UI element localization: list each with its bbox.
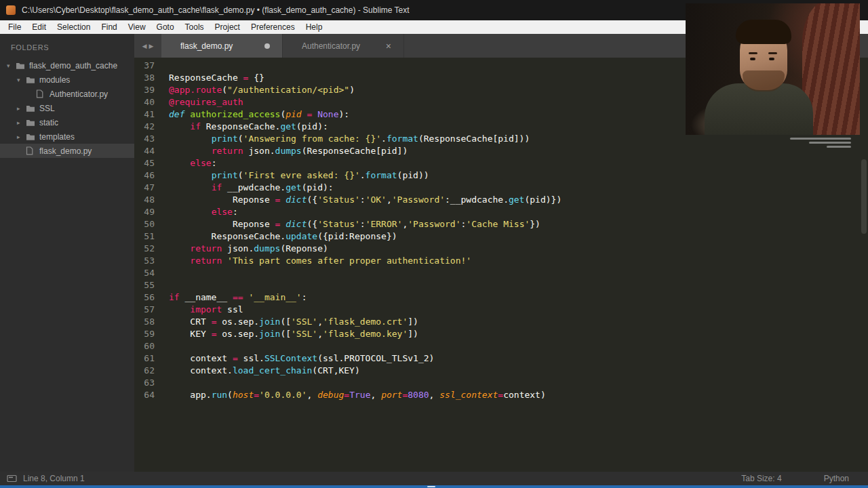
code-line[interactable]: 60 [134,340,868,352]
code-line[interactable]: 63 [134,377,868,389]
code-line[interactable]: 58 CRT = os.sep.join(['SSL','flask_demo.… [134,316,868,328]
status-bar: Line 8, Column 1 Tab Size: 4 Python [0,472,868,485]
status-right-group: Tab Size: 4 Python [741,474,861,483]
code-line[interactable]: 59 KEY = os.sep.join(['SSL','flask_demo.… [134,328,868,340]
line-number: 38 [134,72,161,84]
code-line[interactable]: 62 context.load_cert_chain(CRT,KEY) [134,365,868,377]
line-number: 48 [134,194,161,206]
chevron-right-icon[interactable]: ▸ [17,105,26,112]
tree-folder-templates[interactable]: ▸templates [0,129,134,144]
webcam-caption-lines [787,138,851,148]
code-text: print('First evre asked: {}'.format(pid)… [169,169,429,182]
line-number: 49 [134,206,161,218]
sidebar: FOLDERS ▾flask_demo_auth_cache▾modulesAu… [0,34,134,472]
syntax-indicator[interactable]: Python [824,474,849,483]
tab-label: Authenticator.py [302,41,386,51]
menu-item-project[interactable]: Project [210,20,245,34]
tree-folder-modules[interactable]: ▾modules [0,73,134,87]
code-line[interactable]: 55 [134,279,868,291]
window-title: C:\Users\Cyber\Desktop\flask_demo_auth_c… [22,5,410,15]
code-line[interactable]: 61 context = ssl.SSLContext(ssl.PROTOCOL… [134,352,868,365]
chevron-right-icon[interactable]: ▸ [17,119,26,126]
tab-Authenticator.py[interactable]: Authenticator.py× [283,34,404,58]
code-line[interactable]: 45 else: [134,157,868,169]
tree-file-flask_demo.py[interactable]: flask_demo.py [0,144,134,158]
tab-size-indicator[interactable]: Tab Size: 4 [741,474,781,483]
code-text: app.run(host='0.0.0.0', debug=True, port… [169,389,546,401]
code-line[interactable]: 46 print('First evre asked: {}'.format(p… [134,169,868,182]
code-text: if __pwdcache.get(pid): [169,182,334,194]
code-line[interactable]: 54 [134,267,868,279]
code-line[interactable]: 52 return json.dumps(Reponse) [134,243,868,255]
folder-icon [16,62,28,70]
line-number: 61 [134,352,161,365]
webcam-overlay [686,3,860,135]
menu-item-help[interactable]: Help [300,20,328,34]
tree-folder-static[interactable]: ▸static [0,115,134,129]
code-line[interactable]: 57 import ssl [134,304,868,316]
line-number: 58 [134,316,161,328]
line-number: 64 [134,389,161,401]
code-text: KEY = os.sep.join(['SSL','flask_demo.key… [169,328,418,340]
code-text: else: [169,157,216,169]
close-icon[interactable]: × [386,41,391,51]
code-line[interactable]: 48 Reponse = dict({'Status':'OK','Passwo… [134,194,868,206]
tab-flask_demo.py[interactable]: flask_demo.py [161,34,283,58]
code-text: ResponseCache = {} [169,72,264,84]
file-icon [26,146,38,155]
vertical-scrollbar-thumb[interactable] [861,159,867,234]
code-line[interactable]: 56if __name__ == '__main__': [134,291,868,304]
tree-folder-SSL[interactable]: ▸SSL [0,101,134,115]
line-number: 46 [134,169,161,182]
code-line[interactable]: 47 if __pwdcache.get(pid): [134,182,868,194]
tree-file-Authenticator.py[interactable]: Authenticator.py [0,87,134,101]
menu-item-view[interactable]: View [123,20,151,34]
tab-scroll-left-icon[interactable]: ◀ [142,43,147,49]
person-eyebrow [768,52,777,54]
sublime-app-icon [6,5,16,15]
code-line[interactable]: 44 return json.dumps(ResponseCache[pid]) [134,145,868,157]
tree-folder-flask_demo_auth_cache[interactable]: ▾flask_demo_auth_cache [0,58,134,73]
menu-item-preferences[interactable]: Preferences [245,20,300,34]
code-text: context.load_cert_chain(CRT,KEY) [169,365,360,377]
code-text: import ssl [169,304,243,316]
menu-item-edit[interactable]: Edit [26,20,52,34]
menu-item-goto[interactable]: Goto [151,20,180,34]
line-number: 42 [134,121,161,133]
code-text: @requires_auth [169,96,243,108]
tab-scroll-right-icon[interactable]: ▶ [149,43,154,49]
code-line[interactable]: 51 ResponseCache.update({pid:Reponse}) [134,230,868,243]
folder-icon [26,104,38,113]
menu-item-file[interactable]: File [3,20,26,34]
line-number: 39 [134,84,161,96]
menu-item-tools[interactable]: Tools [180,20,210,34]
person-eye [750,58,755,60]
code-line[interactable]: 49 else: [134,206,868,218]
chevron-down-icon[interactable]: ▾ [17,77,26,83]
panel-toggle-icon[interactable] [7,474,18,483]
code-text: CRT = os.sep.join(['SSL','flask_demo.crt… [169,316,418,328]
chevron-down-icon[interactable]: ▾ [7,62,16,69]
line-number: 56 [134,291,161,304]
file-icon [36,89,48,98]
code-text: ResponseCache.update({pid:Reponse}) [169,230,397,243]
code-line[interactable]: 50 Reponse = dict({'Status':'ERROR','Pas… [134,218,868,230]
menu-item-find[interactable]: Find [96,20,122,34]
code-text: @app.route("/authentication/<pid>") [169,84,355,96]
line-number: 60 [134,340,161,352]
menu-item-selection[interactable]: Selection [52,20,96,34]
folders-header: FOLDERS [0,34,134,58]
tree-item-label: templates [39,132,75,142]
code-line[interactable]: 53 return 'This part comes after proper … [134,255,868,267]
chevron-right-icon[interactable]: ▸ [17,134,26,140]
line-number: 53 [134,255,161,267]
line-number: 52 [134,243,161,255]
code-line[interactable]: 64 app.run(host='0.0.0.0', debug=True, p… [134,389,868,401]
folder-icon [26,76,38,84]
code-text: Reponse = dict({'Status':'OK','Password'… [169,194,561,206]
tab-label: flask_demo.py [180,41,264,51]
tree-item-label: modules [39,75,70,85]
tree-item-label: flask_demo_auth_cache [29,61,117,70]
line-number: 51 [134,230,161,243]
line-number: 63 [134,377,161,389]
